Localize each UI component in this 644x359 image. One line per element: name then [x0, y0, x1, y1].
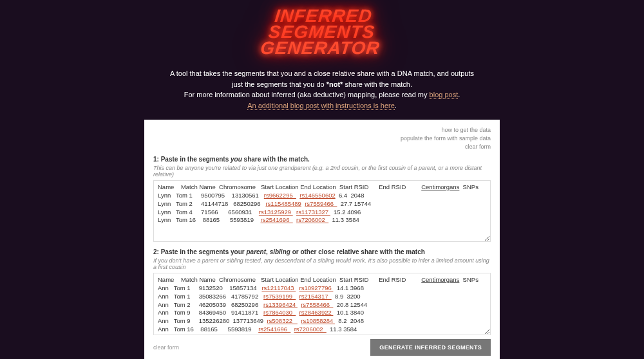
main-panel: how to get the data populate the form wi… — [144, 120, 500, 359]
blog-post-link[interactable]: blog post — [430, 91, 459, 99]
intro-text: A tool that takes the segments that you … — [0, 68, 644, 111]
generate-button[interactable]: GENERATE INFERRED SEGMENTS — [370, 339, 491, 356]
instructions-link[interactable]: An additional blog post with instruction… — [247, 102, 395, 110]
section-2-title: 2: Paste in the segments your parent, si… — [153, 248, 491, 255]
section-1-hint: This can be anyone you're related to via… — [153, 165, 491, 178]
segments-relative-input[interactable]: Name Match Name Chromosome Start Locatio… — [153, 273, 491, 335]
section-2-hint: If you don't have a parent or sibling te… — [153, 257, 491, 270]
how-to-link[interactable]: how to get the data — [153, 126, 491, 134]
section-1-title: 1: Paste in the segments you share with … — [153, 156, 491, 163]
populate-sample-link[interactable]: populate the form with sample data — [153, 134, 491, 143]
clear-form-link-top[interactable]: clear form — [153, 143, 491, 151]
app-logo: Inferred Segments Generator — [260, 8, 384, 57]
clear-form-link-bottom[interactable]: clear form — [153, 344, 179, 351]
segments-you-input[interactable]: Name Match Name Chromosome Start Locatio… — [153, 180, 491, 242]
